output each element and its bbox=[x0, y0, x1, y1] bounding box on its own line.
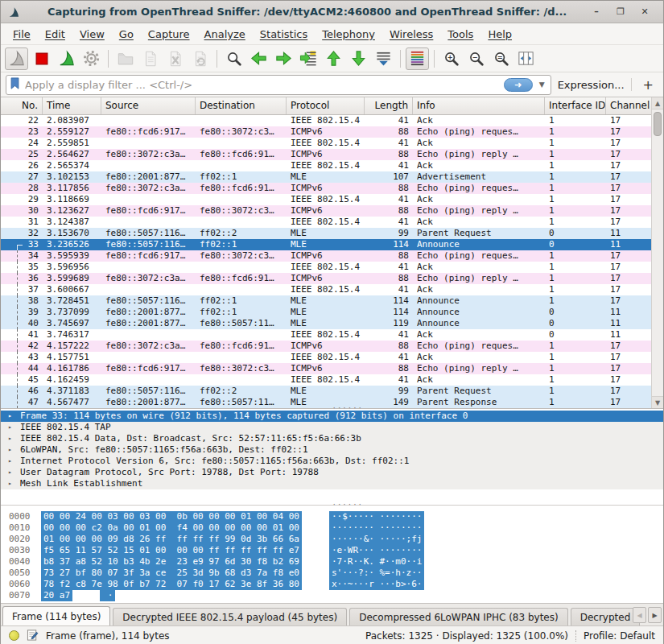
hex-bytes[interactable]: 00 00 24 00 03 00 03 00 0b 00 00 00 01 0… bbox=[41, 511, 302, 522]
packet-row-41[interactable]: 413.746317IEEE 802.15.441Ack011 bbox=[1, 329, 653, 341]
menu-edit[interactable]: Edit bbox=[38, 25, 72, 43]
hex-ascii[interactable]: x··~···r ···b>·6· bbox=[329, 579, 425, 590]
capture-stop-button[interactable] bbox=[30, 47, 53, 70]
expand-arrow-icon[interactable]: ▸ bbox=[8, 433, 12, 444]
packet-row-42[interactable]: 424.157222fe80::3072:c3a…fe80::fcd6:91…I… bbox=[1, 341, 653, 352]
packet-row-32[interactable]: 323.153670fe80::5057:116…ff02::2MLE99Par… bbox=[1, 228, 653, 239]
packet-row-29[interactable]: 293.118669IEEE 802.15.441Ack117 bbox=[1, 194, 653, 205]
column-header-protocol[interactable]: Protocol bbox=[287, 97, 365, 114]
packet-row-22[interactable]: 222.083907IEEE 802.15.441Ack117 bbox=[1, 115, 653, 126]
packet-row-23[interactable]: 232.559127fe80::fcd6:917…fe80::3072:c3…I… bbox=[1, 126, 653, 138]
close-button[interactable]: ✕ bbox=[633, 6, 657, 17]
menu-statistics[interactable]: Statistics bbox=[253, 25, 315, 43]
packet-row-34[interactable]: 343.595939fe80::fcd6:917…fe80::3072:c3…I… bbox=[1, 250, 653, 262]
tab-scroll-right-icon[interactable]: ▶ bbox=[648, 607, 662, 623]
go-forward-button[interactable] bbox=[272, 47, 295, 70]
menu-capture[interactable]: Capture bbox=[141, 25, 197, 43]
hex-ascii[interactable]: ······&· ·····;fj bbox=[329, 534, 425, 545]
hex-bytes[interactable]: f5 65 11 57 52 15 01 00 00 00 ff ff ff f… bbox=[41, 545, 302, 556]
packet-row-39[interactable]: 393.737099fe80::2001:877…ff02::1MLE114An… bbox=[1, 307, 653, 318]
hex-ascii[interactable]: ·e·WR··· ········ bbox=[329, 545, 425, 556]
go-first-button[interactable] bbox=[322, 47, 345, 70]
hex-bytes[interactable]: 01 00 00 00 09 d8 26 ff ff ff ff 99 0d 3… bbox=[41, 534, 302, 545]
menu-view[interactable]: View bbox=[72, 25, 112, 43]
packet-row-45[interactable]: 454.162459IEEE 802.15.441Ack117 bbox=[1, 374, 653, 386]
menu-wireless[interactable]: Wireless bbox=[382, 25, 440, 43]
menu-tools[interactable]: Tools bbox=[440, 25, 480, 43]
auto-scroll-button[interactable] bbox=[372, 47, 395, 70]
expert-info-icon[interactable] bbox=[9, 630, 19, 641]
menu-file[interactable]: File bbox=[6, 25, 38, 43]
packet-row-31[interactable]: 313.124387IEEE 802.15.441Ack117 bbox=[1, 217, 653, 228]
scrollbar-thumb[interactable] bbox=[654, 112, 662, 136]
packet-row-35[interactable]: 353.596956IEEE 802.15.441Ack117 bbox=[1, 262, 653, 273]
detail-line-1[interactable]: ▸IEEE 802.15.4 TAP bbox=[1, 422, 663, 433]
go-back-button[interactable] bbox=[247, 47, 270, 70]
pane-splitter-handle[interactable]: ······ bbox=[332, 407, 357, 410]
byte-tab-decrypted-ml[interactable]: Decrypted ML bbox=[571, 608, 640, 625]
hex-ascii[interactable]: ··$····· ········ bbox=[329, 511, 425, 522]
expand-arrow-icon[interactable]: ▸ bbox=[8, 411, 12, 422]
detail-line-5[interactable]: ▸User Datagram Protocol, Src Port: 19788… bbox=[1, 467, 663, 478]
packet-row-47[interactable]: 474.567477fe80::2001:877…fe80::5057:11…M… bbox=[1, 397, 653, 408]
scroll-down-icon[interactable]: ▼ bbox=[652, 396, 663, 408]
packet-row-33[interactable]: 333.236526fe80::5057:116…ff02::1MLE114An… bbox=[1, 239, 653, 250]
hex-bytes[interactable]: 78 f2 c8 7e 98 0f b7 72 07 f0 17 62 3e 8… bbox=[41, 579, 302, 590]
detail-line-2[interactable]: ▸IEEE 802.15.4 Data, Dst: Broadcast, Src… bbox=[1, 433, 663, 444]
hex-ascii[interactable]: s'···?:· %=·h·z·· bbox=[329, 568, 425, 579]
packet-list-scrollbar[interactable]: ▲ ▼ bbox=[651, 97, 663, 408]
packet-row-24[interactable]: 242.559851IEEE 802.15.441Ack117 bbox=[1, 138, 653, 149]
zoom-in-button[interactable]: + bbox=[439, 47, 463, 70]
byte-tab-decompressed-6lowpan-iphc-83-bytes[interactable]: Decompressed 6LoWPAN IPHC (83 bytes) bbox=[349, 608, 568, 625]
minimize-button[interactable]: – bbox=[584, 6, 608, 17]
menu-help[interactable]: Help bbox=[480, 25, 519, 43]
filter-dropdown-caret[interactable]: ▼ bbox=[537, 80, 547, 89]
expand-arrow-icon[interactable]: ▸ bbox=[8, 422, 12, 433]
detail-line-3[interactable]: ▸6LoWPAN, Src: fe80::5057:1165:f56a:663b… bbox=[1, 444, 663, 456]
packet-row-40[interactable]: 403.745697fe80::2001:877…fe80::5057:11…M… bbox=[1, 318, 653, 329]
expand-arrow-icon[interactable]: ▸ bbox=[8, 444, 12, 456]
hex-bytes[interactable]: 20 a7 bbox=[41, 590, 72, 601]
menu-go[interactable]: Go bbox=[112, 25, 141, 43]
column-header-channel[interactable]: Channel bbox=[606, 97, 653, 114]
bookmark-icon[interactable] bbox=[10, 77, 21, 93]
capture-comment-icon[interactable] bbox=[27, 629, 39, 643]
zoom-out-button[interactable]: − bbox=[464, 47, 488, 70]
column-header-interface-id[interactable]: Interface ID bbox=[545, 97, 606, 114]
colorize-button[interactable] bbox=[406, 47, 429, 70]
hex-ascii[interactable]: · bbox=[100, 590, 115, 601]
capture-start-button[interactable] bbox=[5, 47, 28, 70]
expression-button[interactable]: Expression... bbox=[558, 79, 625, 91]
tab-scroll-left-icon[interactable]: ◀ bbox=[633, 607, 646, 623]
find-packet-button[interactable] bbox=[222, 47, 245, 70]
packet-row-27[interactable]: 273.102153fe80::2001:877…ff02::1MLE107Ad… bbox=[1, 171, 653, 183]
expand-arrow-icon[interactable]: ▸ bbox=[8, 467, 12, 478]
column-header-destination[interactable]: Destination bbox=[196, 97, 287, 114]
packet-row-43[interactable]: 434.157751IEEE 802.15.441Ack117 bbox=[1, 352, 653, 363]
hex-ascii[interactable]: ·7·R··K. #··m0··i bbox=[329, 556, 425, 568]
byte-tab-decrypted-ieee-802-15-4-payload-45-bytes[interactable]: Decrypted IEEE 802.15.4 payload (45 byte… bbox=[113, 608, 347, 625]
expand-arrow-icon[interactable]: ▸ bbox=[8, 478, 12, 489]
hex-bytes[interactable]: 00 00 00 c2 0a 00 01 00 f4 00 00 00 00 0… bbox=[41, 522, 302, 534]
detail-line-6[interactable]: ▸Mesh Link Establishment bbox=[1, 478, 663, 489]
packet-row-25[interactable]: 252.564627fe80::3072:c3a…fe80::fcd6:91…I… bbox=[1, 149, 653, 160]
add-filter-button[interactable]: + bbox=[638, 77, 658, 93]
menu-analyze[interactable]: Analyze bbox=[197, 25, 253, 43]
packet-row-30[interactable]: 303.123627fe80::fcd6:917…fe80::3072:c3…I… bbox=[1, 205, 653, 217]
packet-row-38[interactable]: 383.728451fe80::5057:116…ff02::1MLE114An… bbox=[1, 295, 653, 307]
packet-row-44[interactable]: 444.161786fe80::fcd6:917…fe80::3072:c3…I… bbox=[1, 363, 653, 374]
display-filter-box[interactable]: ➜ ▼ bbox=[6, 75, 551, 95]
column-header-info[interactable]: Info bbox=[413, 97, 545, 114]
resize-columns-button[interactable] bbox=[514, 47, 538, 70]
zoom-reset-button[interactable]: = bbox=[489, 47, 513, 70]
hex-ascii[interactable]: ········ ········ bbox=[329, 522, 425, 534]
go-to-packet-button[interactable] bbox=[297, 47, 320, 70]
scroll-up-icon[interactable]: ▲ bbox=[652, 97, 663, 109]
packet-row-36[interactable]: 363.599689fe80::3072:c3a…fe80::fcd6:91…I… bbox=[1, 273, 653, 284]
hex-bytes[interactable]: b8 37 a8 52 10 b3 4b 2e 23 e9 97 6d 30 f… bbox=[41, 556, 302, 568]
apply-filter-button[interactable]: ➜ bbox=[504, 78, 533, 92]
go-last-button[interactable] bbox=[347, 47, 370, 70]
menu-telephony[interactable]: Telephony bbox=[315, 25, 382, 43]
packet-row-37[interactable]: 373.600667IEEE 802.15.441Ack117 bbox=[1, 284, 653, 295]
capture-restart-button[interactable] bbox=[55, 47, 78, 70]
